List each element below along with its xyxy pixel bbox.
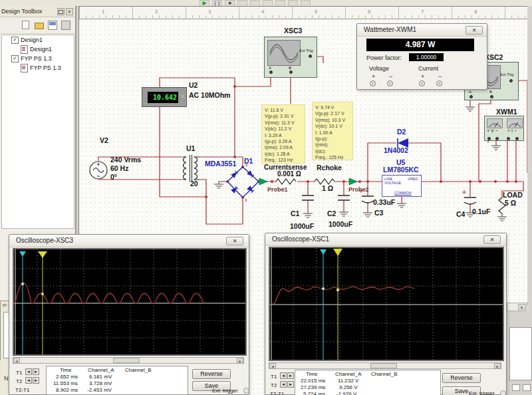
xsc3-titlebar[interactable]: Oscilloscope-XSC3 <box>9 235 249 247</box>
ruler-number: 6 <box>368 9 370 15</box>
ext-trig-terminal <box>309 55 312 58</box>
scroll-right-icon[interactable]: ► <box>518 304 526 310</box>
label-u2[interactable]: U2 <box>189 81 198 89</box>
t2-right-icon[interactable]: ► <box>287 381 294 388</box>
design-tree: ✓ Design1 Design1 ✓ FYP PS 1.3 FYP PS 1.… <box>1 35 74 229</box>
scroll-left-icon[interactable]: ◄ <box>13 358 20 363</box>
terminal-b-label: B <box>289 66 291 70</box>
terminal-a <box>469 95 473 98</box>
probe-line: V: 9.74 V <box>315 104 352 110</box>
xsc3-readout-panel: Time Channel_A Channel_B 2.652 ms 6.181 … <box>46 366 188 395</box>
label-load[interactable]: LOAD <box>503 191 523 199</box>
save-icon[interactable] <box>48 21 57 30</box>
multimeter-u2[interactable]: 10.642 V ~ <box>142 87 187 107</box>
canvas-hscrollbar-fragment[interactable]: ► <box>507 303 527 311</box>
scroll-thumb[interactable] <box>370 363 397 368</box>
t1-left-icon[interactable]: ◄ <box>280 372 287 379</box>
terminal-a <box>269 70 273 74</box>
terminal-b-label: B <box>489 90 492 94</box>
label-rchoke-value: 1 Ω <box>322 184 333 192</box>
label-c2[interactable]: C2 <box>327 209 336 217</box>
terminal <box>419 80 425 86</box>
t2-label: T2 <box>271 382 277 388</box>
t1-left-icon[interactable]: ◄ <box>25 368 32 375</box>
t2-left-icon[interactable]: ◄ <box>25 377 32 384</box>
cursor1-flag-icon[interactable] <box>320 249 327 255</box>
label-c3[interactable]: C3 <box>374 209 383 217</box>
t2-right-icon[interactable]: ► <box>33 377 39 384</box>
cursor2-flag-icon[interactable] <box>38 251 47 258</box>
scroll-thumb[interactable] <box>113 358 140 363</box>
xsc1-scrollbar[interactable]: ◄ ► <box>269 362 501 369</box>
t1-time: 22.015 ms <box>301 378 325 384</box>
voltage-terminals-label: + V − <box>487 128 498 133</box>
tree-item-design1-sheet[interactable]: Design1 <box>2 45 74 54</box>
tree-item-label: FYP PS 1.3 <box>21 55 52 62</box>
wattmeter-xwm1-icon[interactable]: + V − + I − <box>484 116 524 141</box>
scroll-left-icon[interactable]: ◄ <box>269 363 276 368</box>
voltage-label: Voltage <box>369 65 389 72</box>
open-folder-icon[interactable] <box>35 23 44 29</box>
label-d2[interactable]: D2 <box>397 128 406 136</box>
scroll-right-icon[interactable]: ► <box>237 358 243 363</box>
ext-trig-terminal <box>509 79 513 82</box>
tree-item-design1[interactable]: ✓ Design1 <box>2 35 74 45</box>
probe-line: I: 3.29 A <box>265 132 305 138</box>
ruler-number: 2 <box>155 9 158 15</box>
current-terminals-label: + I − <box>507 128 517 133</box>
t2-t1-channel-a: -2.453 mV <box>87 387 112 393</box>
xsc1-titlebar[interactable]: Oscilloscope-XSC1 <box>265 233 506 246</box>
label-c4[interactable]: C4 <box>456 210 465 218</box>
t2-t1-time: 8.902 ms <box>56 387 78 393</box>
new-file-icon[interactable] <box>22 21 29 29</box>
label-rchoke[interactable]: Rchoke <box>317 164 342 172</box>
label-c1[interactable]: C1 <box>291 209 299 217</box>
t2-left-icon[interactable]: ◄ <box>280 381 287 388</box>
terminal <box>370 80 376 86</box>
cursor1-flag-icon[interactable] <box>19 251 26 257</box>
label-v2-phase: 0° <box>110 173 117 181</box>
panel-close-icon[interactable]: ✕ <box>66 8 73 15</box>
tree-item-fyp[interactable]: ✓ FYP PS 1.3 <box>2 54 74 63</box>
panel-restore-icon[interactable] <box>57 8 65 15</box>
ruler-number: 8 <box>474 9 477 15</box>
multimeter-display: 10.642 <box>148 92 178 103</box>
label-probe1[interactable]: Probe1 <box>267 186 288 193</box>
power-factor-value: 1.00000 <box>409 53 444 61</box>
reverse-button[interactable]: Reverse <box>442 373 481 383</box>
minus-label: − <box>389 73 392 80</box>
ext-trigger-indicator[interactable] <box>500 390 506 395</box>
t1-right-icon[interactable]: ► <box>33 368 39 375</box>
close-icon[interactable]: ✕ <box>226 237 243 245</box>
tree-item-fyp-sheet[interactable]: FYP PS 1.3 <box>2 63 74 72</box>
terminal <box>515 137 519 140</box>
xsc3-scrollbar[interactable]: ◄ ► <box>13 357 244 364</box>
t2-t1-channel-a: -1.976 V <box>336 391 356 395</box>
close-icon[interactable]: ✕ <box>483 235 501 244</box>
probe-line: I(dc): 1.28 A <box>265 151 305 157</box>
box-icon[interactable] <box>61 21 70 30</box>
t2-label: T2 <box>16 378 22 384</box>
label-v2[interactable]: V2 <box>100 136 108 144</box>
label-c3-value: 0.33uF <box>373 198 395 206</box>
label-u1[interactable]: U1 <box>186 144 195 152</box>
oscilloscope-xsc3-icon[interactable]: Ext Trig A B <box>264 37 317 78</box>
col-time: Time <box>306 371 317 377</box>
probe-line: V(p-p): 2.17 V <box>315 110 352 116</box>
close-icon[interactable]: ✕ <box>466 26 483 35</box>
checkbox-icon[interactable]: ✓ <box>11 55 19 63</box>
cursor2-flag-icon[interactable] <box>333 249 342 256</box>
label-probe2[interactable]: Probe2 <box>348 186 369 193</box>
checkbox-icon[interactable]: ✓ <box>11 37 19 44</box>
t2-t1-label: T2-T1 <box>270 391 284 395</box>
ext-trigger-indicator[interactable] <box>243 388 249 394</box>
label-v2-freq: 60 Hz <box>110 164 128 172</box>
scroll-right-icon[interactable]: ► <box>494 363 501 368</box>
terminal-b <box>289 70 293 74</box>
u5-regulator-body[interactable]: LINE VOLTAGE VREG COMMON <box>382 175 422 197</box>
multimeter-unit: V <box>181 93 184 99</box>
t1-right-icon[interactable]: ► <box>287 372 294 379</box>
reverse-button[interactable]: Reverse <box>192 369 231 379</box>
xsc1-screen <box>269 247 504 361</box>
label-pin3: 3 <box>245 198 247 202</box>
